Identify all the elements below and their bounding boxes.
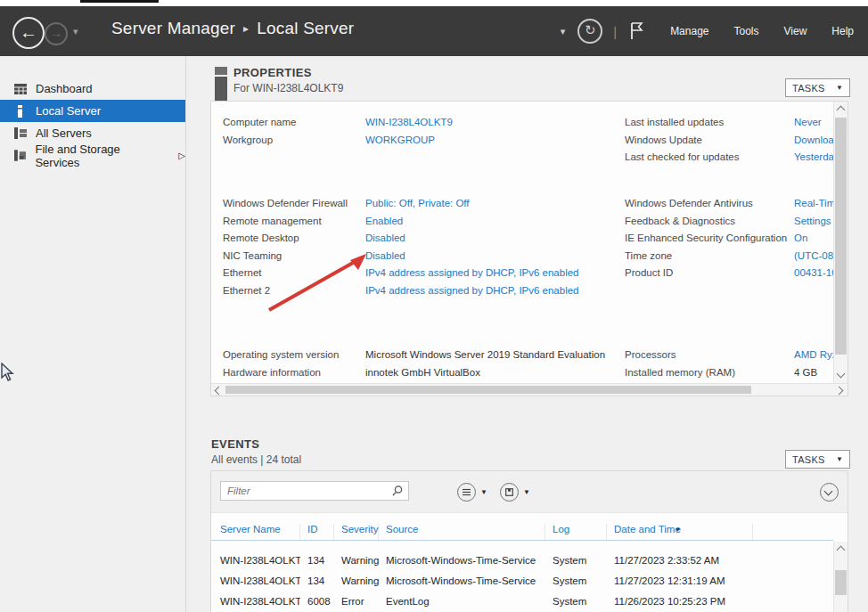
events-vertical-scrollbar[interactable] bbox=[833, 542, 848, 612]
save-query-button[interactable] bbox=[500, 483, 519, 502]
titlebar-separator: | bbox=[613, 24, 617, 39]
properties-horizontal-scrollbar[interactable] bbox=[211, 383, 848, 396]
event-log: System bbox=[545, 575, 607, 586]
property-row: Last installed updates Never bbox=[211, 114, 848, 132]
notifications-button[interactable] bbox=[629, 21, 645, 41]
event-log: System bbox=[545, 555, 607, 566]
property-value-link[interactable]: Downloa bbox=[794, 132, 833, 150]
scroll-right-icon[interactable] bbox=[835, 387, 844, 396]
expand-chevron-icon[interactable]: ▷ bbox=[178, 151, 185, 160]
column-header-source[interactable]: Source bbox=[379, 524, 545, 540]
servers-caret-icon[interactable]: ▾ bbox=[561, 26, 566, 37]
save-query-icon bbox=[505, 488, 513, 496]
sidebar-item-label: All Servers bbox=[36, 126, 92, 140]
event-row[interactable]: WIN-I238L4OLKT9 134 Warning Microsoft-Wi… bbox=[211, 570, 833, 591]
property-label: Installed memory (RAM) bbox=[625, 364, 735, 382]
notification-flag-icon bbox=[629, 21, 645, 41]
property-label: Ethernet 2 bbox=[223, 282, 270, 300]
page-title: Local Server bbox=[257, 19, 354, 37]
property-value-link[interactable]: IPv4 address assigned by DHCP, IPv6 enab… bbox=[365, 282, 620, 300]
scroll-up-icon[interactable] bbox=[837, 546, 846, 555]
column-header-id[interactable]: ID bbox=[300, 524, 334, 540]
property-row: Feedback & Diagnostics Settings bbox=[211, 213, 848, 231]
event-source: EventLog bbox=[379, 596, 545, 607]
filter-input[interactable] bbox=[220, 481, 409, 501]
event-severity: Error bbox=[334, 596, 379, 607]
local-server-icon bbox=[14, 105, 27, 118]
scroll-up-icon[interactable] bbox=[837, 106, 846, 115]
properties-tasks-button[interactable]: TASKS ▼ bbox=[785, 78, 850, 97]
property-value-link[interactable]: 00431-10 bbox=[794, 265, 833, 282]
property-value-link[interactable]: Never bbox=[794, 114, 833, 132]
property-value-link[interactable]: Settings bbox=[794, 213, 833, 231]
scroll-left-icon[interactable] bbox=[215, 387, 224, 396]
list-icon bbox=[463, 488, 471, 496]
sidebar-item-file-storage-services[interactable]: File and Storage Services ▷ bbox=[0, 144, 185, 167]
property-label: Time zone bbox=[625, 248, 672, 265]
sidebar-item-all-servers[interactable]: All Servers bbox=[0, 122, 185, 144]
forward-button[interactable]: → bbox=[45, 22, 68, 45]
filter-options-caret-icon[interactable]: ▼ bbox=[480, 488, 487, 496]
event-row[interactable]: WIN-I238L4OLKT9 6008 Error EventLog Syst… bbox=[211, 591, 833, 611]
filter-options-button[interactable] bbox=[457, 483, 476, 502]
property-label: IE Enhanced Security Configuration bbox=[625, 230, 787, 248]
file-storage-services-icon bbox=[14, 150, 26, 161]
tasks-label: TASKS bbox=[792, 83, 825, 94]
property-value-link[interactable]: On bbox=[794, 230, 833, 248]
scrollbar-thumb[interactable] bbox=[835, 118, 847, 355]
event-row[interactable]: WIN-I238L4OLKT9 134 Warning Microsoft-Wi… bbox=[211, 550, 833, 570]
server-tower-icon bbox=[214, 67, 228, 101]
property-row: Time zone (UTC-08:0 bbox=[211, 248, 848, 265]
property-row: Product ID 00431-10 bbox=[211, 265, 848, 282]
sidebar-item-local-server[interactable]: Local Server bbox=[0, 100, 185, 122]
menu-help[interactable]: Help bbox=[831, 25, 854, 37]
column-header-server-name[interactable]: Server Name bbox=[211, 524, 300, 540]
property-label: Processors bbox=[625, 347, 676, 364]
events-tasks-button[interactable]: TASKS ▼ bbox=[785, 450, 850, 469]
collapse-section-button[interactable] bbox=[820, 483, 839, 502]
sidebar-item-label: Local Server bbox=[36, 104, 101, 118]
nav-history-caret-icon[interactable]: ▾ bbox=[73, 26, 78, 37]
sort-descending-icon: ▼ bbox=[675, 526, 681, 533]
filter-field bbox=[220, 481, 409, 501]
property-row: Windows Update Downloa bbox=[211, 132, 848, 150]
property-row: Ethernet 2 IPv4 address assigned by DHCP… bbox=[211, 282, 848, 300]
column-header-date-time[interactable]: ▼ Date and Time bbox=[607, 524, 753, 540]
server-manager-window: ← → ▾ Server Manager▸Local Server ▾ ↻ | … bbox=[0, 0, 868, 612]
scrollbar-thumb[interactable] bbox=[225, 386, 751, 394]
titlebar-actions: ▾ ↻ | Manage Tools View Help bbox=[561, 6, 868, 56]
property-value-link[interactable]: Real-Tim bbox=[794, 195, 833, 213]
save-query-caret-icon[interactable]: ▼ bbox=[523, 488, 530, 496]
column-header-log[interactable]: Log bbox=[545, 524, 607, 540]
breadcrumb: Server Manager▸Local Server bbox=[111, 19, 354, 38]
column-header-severity[interactable]: Severity bbox=[334, 524, 379, 540]
property-value-link[interactable]: (UTC-08:0 bbox=[794, 248, 833, 265]
menu-tools[interactable]: Tools bbox=[734, 25, 759, 37]
search-icon bbox=[391, 485, 404, 497]
event-id: 6008 bbox=[300, 596, 334, 607]
events-table-header: Server Name ID Severity Source Log ▼ Dat… bbox=[211, 513, 833, 541]
event-server: WIN-I238L4OLKT9 bbox=[211, 555, 300, 566]
sidebar-item-label: File and Storage Services bbox=[35, 143, 162, 169]
sidebar-item-dashboard[interactable]: Dashboard bbox=[0, 78, 185, 100]
events-title: EVENTS bbox=[211, 437, 259, 451]
back-button[interactable]: ← bbox=[12, 17, 45, 49]
property-row: Last checked for updates Yesterday bbox=[211, 149, 848, 167]
property-label: Product ID bbox=[625, 265, 673, 282]
menu-manage[interactable]: Manage bbox=[670, 25, 708, 37]
forward-arrow-icon: → bbox=[50, 26, 62, 40]
events-table-body: WIN-I238L4OLKT9 134 Warning Microsoft-Wi… bbox=[211, 541, 833, 611]
property-value-link[interactable]: Yesterday bbox=[794, 149, 833, 167]
property-row: Windows Defender Antivirus Real-Tim bbox=[211, 195, 848, 213]
scrollbar-thumb[interactable] bbox=[835, 570, 847, 595]
refresh-button[interactable]: ↻ bbox=[577, 19, 602, 44]
scroll-down-icon[interactable] bbox=[837, 370, 846, 379]
property-value-link[interactable]: AMD Ryz bbox=[794, 347, 833, 364]
sidebar: Dashboard Local Server All Servers Fil bbox=[0, 56, 186, 612]
properties-vertical-scrollbar[interactable] bbox=[833, 102, 848, 383]
refresh-icon: ↻ bbox=[585, 22, 596, 37]
app-title: Server Manager bbox=[111, 19, 235, 37]
menu-view[interactable]: View bbox=[784, 25, 807, 37]
events-subtitle: All events | 24 total bbox=[211, 453, 301, 466]
event-datetime: 11/26/2023 10:25:23 PM bbox=[607, 596, 753, 607]
